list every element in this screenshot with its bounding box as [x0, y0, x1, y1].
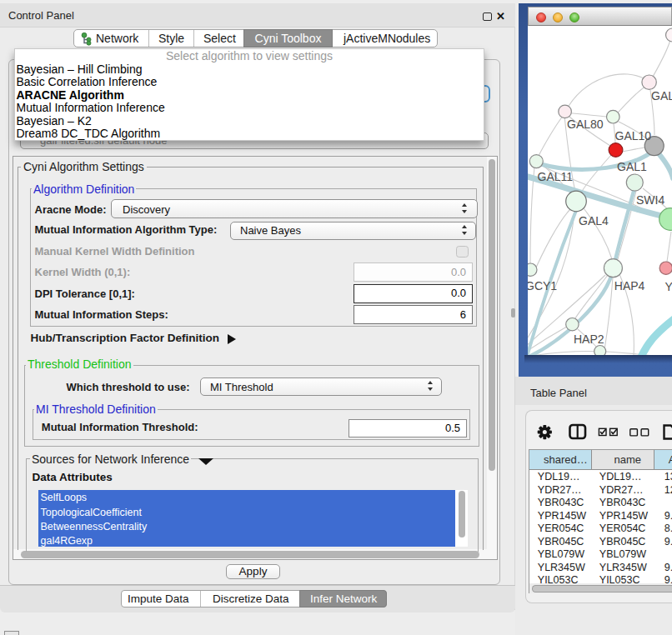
svg-text:GCY1: GCY1: [528, 279, 557, 292]
svg-text:SWI4: SWI4: [636, 193, 664, 207]
svg-text:GAL10: GAL10: [615, 129, 652, 142]
svg-text:HAP4: HAP4: [614, 279, 645, 292]
svg-text:YJ: YJ: [665, 280, 672, 293]
svg-text:GAL11: GAL11: [538, 170, 574, 183]
svg-text:GAL4: GAL4: [579, 214, 609, 228]
svg-text:GAL2: GAL2: [651, 89, 672, 102]
svg-text:GAL1: GAL1: [617, 160, 647, 173]
svg-text:GAL80: GAL80: [567, 118, 604, 131]
svg-text:HAP2: HAP2: [574, 332, 604, 346]
